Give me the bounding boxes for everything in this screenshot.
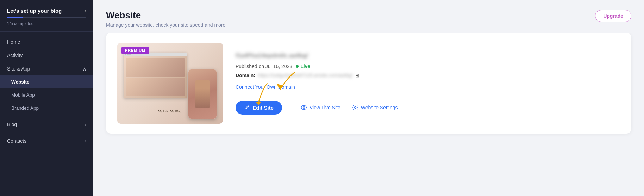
domain-label: Domain:: [236, 73, 255, 78]
domain-url: https://1a4gurba4ind47125.amsite.com/aa4…: [258, 73, 352, 78]
gear-icon: [352, 104, 358, 111]
action-buttons: Edit Site View Live Site: [236, 101, 620, 115]
mockup-img-block-2: [126, 78, 185, 97]
website-preview: PREMIUM: [117, 43, 223, 124]
chevron-up-icon: ∧: [83, 66, 86, 72]
website-info: f1a4f%a14epdm0c.aa4bg/ Published on Jul …: [236, 52, 620, 115]
arrow-annotation: Connect Your Own Domain: [236, 84, 620, 90]
mockup-label: My Life. My Blog.: [158, 110, 182, 113]
chevron-right-icon-2: ›: [85, 138, 86, 144]
website-card: PREMIUM: [106, 33, 631, 134]
sidebar-item-activity[interactable]: Activity: [0, 49, 93, 62]
sidebar-header-chevron-icon: ›: [85, 8, 86, 13]
domain-row: Domain: https://1a4gurba4ind47125.amsite…: [236, 73, 620, 78]
sidebar-divider-2: [7, 133, 86, 133]
sidebar-item-contacts-label: Contacts: [7, 138, 85, 144]
sidebar-item-mobile-app[interactable]: Mobile App: [0, 88, 93, 102]
website-settings-link[interactable]: Website Settings: [352, 104, 398, 111]
action-divider-2: [346, 104, 346, 111]
upgrade-button[interactable]: Upgrade: [595, 10, 631, 22]
external-link-icon[interactable]: ⊞: [355, 73, 359, 78]
sidebar-item-site-app-label: Site & App: [7, 66, 83, 72]
published-text: Published on Jul 16, 2023: [236, 63, 292, 69]
sidebar-item-activity-label: Activity: [7, 53, 86, 58]
sidebar: Let's set up your blog › 1/5 completed H…: [0, 0, 93, 196]
sidebar-item-mobile-app-label: Mobile App: [11, 92, 86, 98]
mockup-desktop: [124, 53, 187, 98]
action-divider-1: [295, 104, 295, 111]
eye-icon: [301, 104, 307, 111]
preview-mockup: My Life. My Blog.: [117, 43, 223, 124]
website-settings-label: Website Settings: [361, 105, 398, 110]
main-content: PREMIUM: [93, 33, 644, 196]
main-content-area: Website Manage your website, check your …: [93, 0, 644, 196]
view-live-site-link[interactable]: View Live Site: [301, 104, 340, 111]
sidebar-item-home-label: Home: [7, 39, 86, 45]
page-title-group: Website Manage your website, check your …: [106, 10, 227, 28]
live-badge: Live: [296, 63, 310, 69]
mockup-desktop-left: [124, 56, 187, 98]
svg-marker-1: [256, 102, 261, 105]
sidebar-item-blog[interactable]: Blog ›: [0, 118, 93, 131]
chevron-right-icon: ›: [85, 122, 86, 127]
sidebar-item-branded-app-label: Branded App: [11, 105, 86, 111]
sidebar-item-website-label: Website: [11, 79, 86, 85]
sidebar-header: Let's set up your blog › 1/5 completed: [0, 0, 93, 32]
main-header: Website Manage your website, check your …: [93, 0, 644, 33]
mockup-mobile-figure: [195, 80, 210, 108]
mockup-mobile-content: [188, 69, 217, 119]
sidebar-nav: Home Activity Site & App ∧ Website Mobil…: [0, 32, 93, 196]
live-dot: [296, 65, 299, 68]
edit-site-arrow-icon: [243, 81, 274, 106]
svg-point-2: [303, 107, 305, 109]
mockup-desktop-content: [124, 56, 187, 98]
view-live-site-label: View Live Site: [310, 105, 340, 110]
progress-bar-track: [7, 17, 86, 18]
progress-bar-fill: [7, 17, 23, 18]
blurred-site-url: f1a4f%a14epdm0c.aa4bg/: [236, 52, 620, 59]
sidebar-title: Let's set up your blog: [7, 8, 62, 14]
sidebar-item-site-app[interactable]: Site & App ∧: [0, 62, 93, 75]
sidebar-divider-1: [7, 116, 86, 116]
page-subtitle: Manage your website, check your site spe…: [106, 22, 227, 28]
progress-label: 1/5 completed: [7, 21, 33, 26]
sidebar-item-home[interactable]: Home: [0, 35, 93, 49]
sidebar-item-blog-label: Blog: [7, 122, 85, 127]
live-label: Live: [300, 63, 310, 69]
sidebar-item-branded-app[interactable]: Branded App: [0, 102, 93, 115]
sidebar-item-contacts[interactable]: Contacts ›: [0, 134, 93, 148]
premium-badge: PREMIUM: [121, 47, 149, 54]
sidebar-header-top[interactable]: Let's set up your blog ›: [7, 8, 86, 14]
sidebar-item-website[interactable]: Website: [0, 75, 93, 88]
mockup-img-block-1: [126, 58, 185, 77]
mockup-mobile: [188, 69, 217, 119]
page-title: Website: [106, 10, 227, 21]
svg-point-3: [354, 107, 356, 109]
published-row: Published on Jul 16, 2023 Live: [236, 63, 620, 69]
